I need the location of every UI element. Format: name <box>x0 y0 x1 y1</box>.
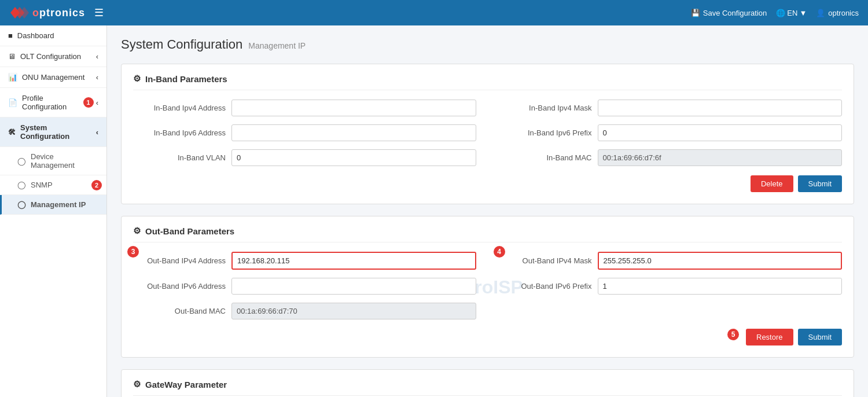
sidebar: ■ Dashboard 🖥 OLT Configuration ‹ 📊 ONU … <box>0 25 107 397</box>
sidebar-item-olt-config[interactable]: 🖥 OLT Configuration ‹ <box>0 46 106 67</box>
logo: optronics <box>9 5 85 21</box>
sidebar-sub-item-snmp[interactable]: ◯ SNMP 2 <box>0 175 106 195</box>
sidebar-item-profile-config[interactable]: 📄 Profile Configuration 1 ‹ <box>0 88 106 117</box>
chart-icon: 📊 <box>8 73 17 82</box>
outband-ipv6-address-label: Out-Band IPv6 Address <box>133 282 226 291</box>
outband-ipv4-address-row: 3 Out-Band IPv4 Address <box>133 252 476 270</box>
sidebar-item-system-config[interactable]: 🛠 System Configuration ‹ <box>0 117 106 147</box>
annotation-badge-3: 3 <box>127 246 139 258</box>
inband-ipv4-mask-row: In-Band Ipv4 Mask <box>499 100 843 116</box>
page-header: System Configuration Management IP <box>121 37 854 52</box>
circle-icon-mgmt: ◯ <box>17 200 26 209</box>
inband-icon: ⚙ <box>133 73 141 84</box>
outband-ipv4-mask-row: 4 Out-Band IPv4 Mask <box>499 252 843 270</box>
inband-ipv4-mask-label: In-Band Ipv4 Mask <box>499 104 592 112</box>
top-nav: optronics ☰ 💾 Save Configuration 🌐 EN ▼ … <box>0 0 868 25</box>
inband-vlan-label: In-Band VLAN <box>133 153 226 162</box>
language-button[interactable]: 🌐 EN ▼ <box>776 9 807 17</box>
inband-ipv4-address-input[interactable] <box>231 100 476 116</box>
outband-mac-row: Out-Band MAC <box>133 303 476 319</box>
annotation-badge-2: 2 <box>91 180 102 190</box>
sidebar-sub-item-device-mgmt[interactable]: ◯ Device Management <box>0 147 106 175</box>
inband-ipv6-address-input[interactable] <box>231 124 476 141</box>
circle-icon-snmp: ◯ <box>17 181 26 189</box>
chevron-left-icon-4: ‹ <box>96 128 98 137</box>
outband-ipv4-address-input[interactable] <box>231 252 476 270</box>
dashboard-icon: ■ <box>8 31 13 40</box>
inband-delete-button[interactable]: Delete <box>751 175 793 192</box>
config-icon: 🛠 <box>8 128 16 137</box>
inband-mac-row: In-Band MAC <box>499 149 843 166</box>
server-icon: 🖥 <box>8 52 16 61</box>
inband-submit-button[interactable]: Submit <box>798 175 842 192</box>
chevron-left-icon-2: ‹ <box>96 73 98 82</box>
outband-restore-button[interactable]: Restore <box>746 329 793 345</box>
outband-btn-row: 5 Restore Submit <box>133 329 842 345</box>
annotation-badge-1: 1 <box>83 97 94 108</box>
outband-ipv4-mask-input[interactable] <box>598 252 843 270</box>
globe-icon: 🌐 <box>776 9 785 17</box>
inband-vlan-row: In-Band VLAN <box>133 149 476 166</box>
inband-mac-label: In-Band MAC <box>499 153 592 162</box>
save-configuration-button[interactable]: 💾 Save Configuration <box>691 9 767 17</box>
inband-mac-input <box>598 149 843 166</box>
inband-ipv6-prefix-input[interactable] <box>598 124 843 141</box>
outband-submit-button[interactable]: Submit <box>798 329 842 345</box>
inband-ipv4-mask-input[interactable] <box>598 100 843 116</box>
circle-icon-device: ◯ <box>17 157 26 166</box>
gateway-section-header: ⚙ GateWay Parameter <box>133 379 842 396</box>
inband-ipv6-prefix-row: In-Band Ipv6 Prefix <box>499 124 843 141</box>
sidebar-sub-item-mgmt-ip[interactable]: ◯ Management IP <box>0 195 106 215</box>
gateway-icon: ⚙ <box>133 379 141 389</box>
main-content: System Configuration Management IP ⚙ In-… <box>107 25 868 397</box>
sidebar-item-dashboard[interactable]: ■ Dashboard <box>0 25 106 46</box>
outband-mac-input <box>231 303 476 319</box>
outband-mac-label: Out-Band MAC <box>133 307 226 315</box>
page-title: System Configuration <box>121 37 242 52</box>
outband-ipv6-address-input[interactable] <box>231 278 476 295</box>
inband-ipv6-address-label: In-Band Ipv6 Address <box>133 128 226 137</box>
user-icon: 👤 <box>816 9 825 17</box>
chevron-down-icon: ▼ <box>799 9 807 17</box>
outband-ipv4-address-label: Out-Band IPv4 Address <box>133 256 226 265</box>
outband-section-header: ⚙ Out-Band Parameters <box>133 226 842 242</box>
inband-ipv4-address-row: In-Band Ipv4 Address <box>133 100 476 116</box>
chevron-left-icon-3: ‹ <box>96 98 98 107</box>
svg-marker-2 <box>20 7 29 19</box>
outband-section: ⚙ Out-Band Parameters ForoISP 3 Out-Band… <box>121 216 854 358</box>
outband-ipv4-mask-label: Out-Band IPv4 Mask <box>499 256 592 265</box>
annotation-badge-5: 5 <box>727 329 739 340</box>
annotation-badge-4: 4 <box>494 246 505 258</box>
user-button[interactable]: 👤 optronics <box>816 9 859 17</box>
hamburger-button[interactable]: ☰ <box>94 6 104 19</box>
sidebar-item-onu-mgmt[interactable]: 📊 ONU Management ‹ <box>0 67 106 88</box>
inband-section: ⚙ In-Band Parameters In-Band Ipv4 Addres… <box>121 64 854 204</box>
logo-text: optronics <box>32 7 85 19</box>
outband-ipv6-prefix-label: Out-Band IPv6 Prefix <box>499 282 592 291</box>
inband-vlan-input[interactable] <box>231 149 476 166</box>
profile-icon: 📄 <box>8 98 17 107</box>
gateway-section: ⚙ GateWay Parameter 6 IPv4 GateWay IPv6 … <box>121 369 854 397</box>
logo-icon <box>9 5 30 21</box>
outband-icon: ⚙ <box>133 226 141 236</box>
inband-section-header: ⚙ In-Band Parameters <box>133 73 842 90</box>
inband-ipv6-address-row: In-Band Ipv6 Address <box>133 124 476 141</box>
page-subtitle: Management IP <box>248 41 306 50</box>
outband-ipv6-prefix-row: Out-Band IPv6 Prefix <box>499 278 843 295</box>
save-icon: 💾 <box>691 9 700 17</box>
inband-ipv6-prefix-label: In-Band Ipv6 Prefix <box>499 128 592 137</box>
inband-ipv4-address-label: In-Band Ipv4 Address <box>133 104 226 112</box>
outband-ipv6-address-row: Out-Band IPv6 Address <box>133 278 476 295</box>
outband-ipv6-prefix-input[interactable] <box>598 278 843 295</box>
inband-btn-row: Delete Submit <box>133 175 842 192</box>
chevron-left-icon: ‹ <box>96 52 98 61</box>
